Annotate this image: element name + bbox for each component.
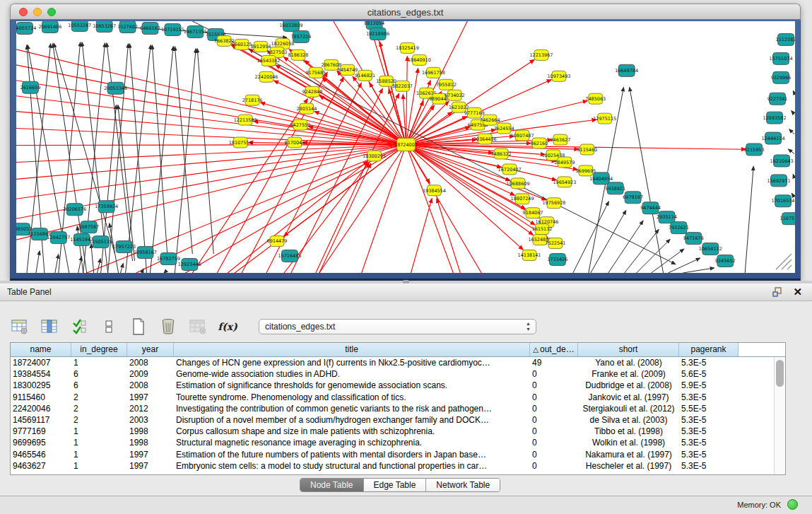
scrollbar-thumb[interactable] [776, 360, 784, 387]
table-cell[interactable]: 18724007 [11, 357, 71, 368]
table-cell[interactable]: 5.3E-5 [679, 357, 739, 368]
table-cell[interactable]: Genome-wide association studies in ADHD. [174, 368, 530, 380]
table-cell[interactable]: 2003 [127, 414, 174, 426]
table-cell[interactable]: 5.3E-5 [679, 426, 739, 437]
delete-table-icon[interactable] [188, 317, 208, 337]
column-header-out_de[interactable]: △out_de… [530, 343, 578, 356]
table-cell[interactable]: 0 [530, 437, 578, 448]
table-row[interactable]: 1872400712008Changes of HCN gene express… [11, 357, 774, 368]
table-cell[interactable]: Changes of HCN gene expression and I(f) … [174, 357, 530, 368]
table-cell[interactable]: Yano et al. (2008) [578, 357, 679, 368]
table-cell[interactable]: 6 [71, 368, 127, 380]
table-cell[interactable]: 14569117 [11, 414, 71, 426]
table-cell[interactable]: Investigating the contribution of common… [174, 403, 530, 414]
vertical-scrollbar[interactable] [774, 357, 785, 474]
table-cell[interactable]: Structural magnetic resonance image aver… [174, 437, 530, 448]
table-cell[interactable]: 22420046 [11, 403, 71, 414]
network-canvas[interactable]: 1405572420691406105532871065326715276026… [16, 21, 795, 273]
table-row[interactable]: 946554611997Estimation of the future num… [11, 449, 774, 460]
table-row[interactable]: 977716911998Corpus callosum shape and si… [11, 426, 774, 437]
table-row[interactable]: 969969511998Structural magnetic resonanc… [11, 437, 774, 448]
table-row[interactable]: 1830029562008Estimation of significance … [11, 380, 774, 391]
table-cell[interactable]: 0 [530, 426, 578, 437]
table-cell[interactable]: Estimation of significance thresholds fo… [174, 380, 530, 391]
table-cell[interactable]: 9115460 [11, 392, 71, 403]
table-cell[interactable]: 1 [71, 449, 127, 460]
table-row[interactable]: 946362711997Embryonic stem cells: a mode… [11, 460, 774, 472]
table-cell[interactable]: 18300295 [11, 380, 71, 391]
table-cell[interactable]: 1998 [127, 426, 174, 437]
table-cell[interactable]: Embryonic stem cells: a model to study s… [174, 460, 530, 472]
tab-network-table[interactable]: Network Table [426, 479, 500, 491]
table-cell[interactable]: de Silva et al. (2003) [578, 414, 679, 426]
table-cell[interactable]: 0 [530, 414, 578, 426]
table-cell[interactable]: 19384554 [11, 368, 71, 380]
table-cell[interactable]: 5.3E-5 [679, 449, 739, 460]
table-cell[interactable]: 2 [71, 392, 127, 403]
column-header-pagerank[interactable]: pagerank [679, 343, 739, 356]
table-cell[interactable]: 2 [71, 414, 127, 426]
table-cell[interactable]: 5.3E-5 [679, 437, 739, 448]
table-cell[interactable]: Wolkin et al. (1998) [578, 437, 679, 448]
table-cell[interactable]: 1998 [127, 437, 174, 448]
table-cell[interactable]: Dudbridge et al. (2008) [578, 380, 679, 391]
table-cell[interactable]: 2012 [127, 403, 174, 414]
table-cell[interactable]: 2008 [127, 380, 174, 391]
select-rows-icon[interactable] [69, 317, 89, 337]
table-cell[interactable]: 0 [530, 449, 578, 460]
new-table-icon[interactable] [129, 317, 148, 337]
table-row[interactable]: 2242004622012Investigating the contribut… [11, 403, 774, 414]
table-cell[interactable]: Nakamura et al. (1997) [578, 449, 679, 460]
table-cell[interactable]: Corpus callosum shape and size in male p… [174, 426, 530, 437]
table-cell[interactable]: Franke et al. (2009) [578, 368, 679, 380]
table-cell[interactable]: 0 [530, 380, 578, 391]
table-cell[interactable]: 9777169 [11, 426, 71, 437]
table-cell[interactable]: 5.3E-5 [679, 414, 739, 426]
column-header-short[interactable]: short [578, 343, 679, 356]
table-cell[interactable]: 5.9E-5 [679, 380, 739, 391]
table-cell[interactable]: Tourette syndrome. Phenomenology and cla… [174, 392, 530, 403]
table-cell[interactable]: 9699695 [11, 437, 71, 448]
table-cell[interactable]: 0 [530, 403, 578, 414]
table-cell[interactable]: Hescheler et al. (1997) [578, 460, 679, 472]
table-cell[interactable]: Tibbo et al. (1998) [578, 426, 679, 437]
table-cell[interactable]: 9463627 [11, 460, 71, 472]
table-cell[interactable]: 2009 [127, 368, 174, 380]
resize-grip-icon[interactable] [776, 254, 792, 269]
table-cell[interactable]: 2008 [127, 357, 174, 368]
table-cell[interactable]: 1997 [127, 449, 174, 460]
table-row[interactable]: 911546021997Tourette syndrome. Phenomeno… [11, 392, 774, 403]
function-builder-icon[interactable]: f(x) [218, 317, 237, 337]
table-selector-dropdown[interactable]: citations_edges.txt ▲▼ [259, 319, 536, 334]
close-panel-icon[interactable]: ✕ [793, 286, 802, 298]
table-cell[interactable]: 0 [530, 368, 578, 380]
table-cell[interactable]: 9465546 [11, 449, 71, 460]
table-cell[interactable]: Jankovic et al. (1997) [578, 392, 679, 403]
table-cell[interactable]: Stergiakouli et al. (2012) [578, 403, 679, 414]
table-cell[interactable]: 1 [71, 426, 127, 437]
table-cell[interactable]: 5.3E-5 [679, 392, 739, 403]
window-titlebar[interactable]: citations_edges.txt [10, 4, 801, 20]
show-columns-icon[interactable] [40, 317, 59, 337]
table-cell[interactable]: Disruption of a novel member of a sodium… [174, 414, 530, 426]
column-header-name[interactable]: name [11, 343, 71, 356]
memory-status-indicator[interactable] [787, 499, 798, 510]
tab-edge-table[interactable]: Edge Table [364, 479, 427, 491]
table-cell[interactable]: Estimation of the future numbers of pati… [174, 449, 530, 460]
column-header-title[interactable]: title [174, 343, 530, 356]
delete-rows-icon[interactable] [158, 317, 178, 337]
column-header-in_degree[interactable]: in_degree [71, 343, 127, 356]
table-cell[interactable]: 1997 [127, 392, 174, 403]
row-height-icon[interactable] [99, 317, 119, 337]
column-header-year[interactable]: year [127, 343, 174, 356]
table-cell[interactable]: 49 [530, 357, 578, 368]
table-cell[interactable]: 6 [71, 380, 127, 391]
table-cell[interactable]: 5.5E-5 [679, 403, 739, 414]
table-row[interactable]: 1938455462009Genome-wide association stu… [11, 368, 774, 380]
table-cell[interactable]: 1997 [127, 460, 174, 472]
tab-node-table[interactable]: Node Table [300, 479, 364, 491]
float-panel-icon[interactable] [772, 286, 783, 298]
table-mode-icon[interactable] [10, 317, 30, 337]
table-cell[interactable]: 1 [71, 460, 127, 472]
table-cell[interactable]: 2 [71, 403, 127, 414]
